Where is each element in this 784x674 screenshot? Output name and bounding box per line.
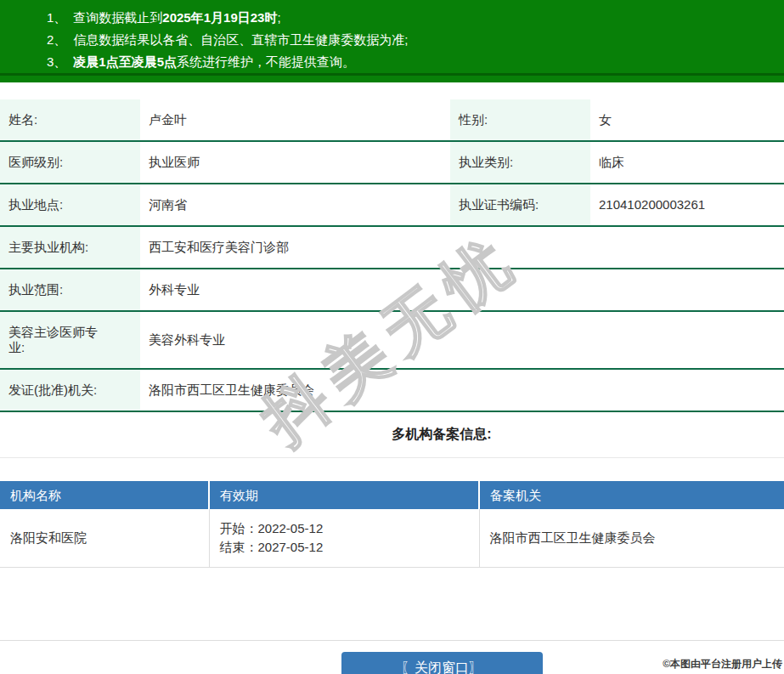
- notice-line-2: 2、信息数据结果以各省、自治区、直辖市卫生健康委数据为准;: [0, 29, 784, 51]
- field-label-cosmetic-specialty: 美容主诊医师专业:: [0, 311, 140, 369]
- field-value-gender: 女: [590, 99, 784, 141]
- field-value-certificate-number: 210410200003261: [590, 184, 784, 226]
- field-label-certificate-number: 执业证书编码:: [450, 184, 590, 226]
- notice-text-bold: 凌晨1点至凌晨5点: [73, 54, 177, 69]
- bottom-divider: [0, 640, 784, 641]
- notice-banner: 1、查询数据截止到2025年1月19日23时; 2、信息数据结果以各省、自治区、…: [0, 0, 784, 76]
- table-row: 医师级别: 执业医师 执业类别: 临床: [0, 141, 784, 184]
- notice-text: 系统进行维护，不能提供查询。: [177, 54, 355, 69]
- table-header-row: 机构名称 有效期 备案机关: [0, 481, 784, 509]
- field-label-practice-category: 执业类别:: [450, 141, 590, 184]
- notice-text: 信息数据结果以各省、自治区、直辖市卫生健康委数据为准;: [73, 32, 408, 47]
- notice-number: 1、: [47, 10, 66, 25]
- column-header-validity: 有效期: [209, 481, 479, 509]
- banner-green-strip: [0, 76, 784, 82]
- column-header-filing-authority: 备案机关: [479, 481, 784, 509]
- field-label-name: 姓名:: [0, 99, 140, 141]
- field-label-doctor-level: 医师级别:: [0, 141, 140, 184]
- validity-cell: 开始：2022-05-12 结束：2027-05-12: [209, 509, 479, 568]
- field-label-gender: 性别:: [450, 99, 590, 141]
- notice-text-bold: 2025年1月19日23时: [162, 10, 277, 25]
- field-label-practice-location: 执业地点:: [0, 184, 140, 226]
- table-row: 执业范围: 外科专业: [0, 269, 784, 311]
- field-value-doctor-level: 执业医师: [140, 141, 450, 184]
- field-label-main-institution: 主要执业机构:: [0, 226, 140, 269]
- filing-table: 机构名称 有效期 备案机关 洛阳安和医院 开始：2022-05-12 结束：20…: [0, 481, 784, 568]
- field-value-practice-category: 临床: [590, 141, 784, 184]
- close-window-button[interactable]: 〖关闭窗口〗: [341, 652, 543, 674]
- notice-text: ;: [277, 10, 280, 25]
- table-row: 姓名: 卢金叶 性别: 女: [0, 99, 784, 141]
- copyright-watermark: ©本图由平台注册用户上传: [663, 657, 782, 671]
- validity-end: 结束：2027-05-12: [220, 538, 469, 557]
- org-name-cell: 洛阳安和医院: [0, 509, 209, 568]
- field-value-issuing-authority: 洛阳市西工区卫生健康委员会: [140, 369, 784, 411]
- filing-authority-cell: 洛阳市西工区卫生健康委员会: [479, 509, 784, 568]
- field-value-practice-scope: 外科专业: [140, 269, 784, 311]
- field-value-cosmetic-specialty: 美容外科专业: [140, 311, 784, 369]
- notice-text: 查询数据截止到: [73, 10, 162, 25]
- field-label-issuing-authority: 发证(批准)机关:: [0, 369, 140, 411]
- table-row: 美容主诊医师专业: 美容外科专业: [0, 311, 784, 369]
- table-row: 主要执业机构: 西工安和医疗美容门诊部: [0, 226, 784, 269]
- notice-line-3: 3、凌晨1点至凌晨5点系统进行维护，不能提供查询。: [0, 51, 784, 73]
- notice-line-1: 1、查询数据截止到2025年1月19日23时;: [0, 7, 784, 29]
- table-row: 发证(批准)机关: 洛阳市西工区卫生健康委员会: [0, 369, 784, 411]
- notice-number: 2、: [47, 32, 66, 47]
- field-value-practice-location: 河南省: [140, 184, 450, 226]
- notice-number: 3、: [47, 54, 66, 69]
- section-title: 多机构备案信息:: [0, 412, 784, 458]
- field-value-main-institution: 西工安和医疗美容门诊部: [140, 226, 784, 269]
- practitioner-info-table: 姓名: 卢金叶 性别: 女 医师级别: 执业医师 执业类别: 临床 执业地点: …: [0, 99, 784, 412]
- table-row: 执业地点: 河南省 执业证书编码: 210410200003261: [0, 184, 784, 226]
- field-value-name: 卢金叶: [140, 99, 450, 141]
- column-header-org-name: 机构名称: [0, 481, 209, 509]
- field-label-practice-scope: 执业范围:: [0, 269, 140, 311]
- validity-start: 开始：2022-05-12: [220, 519, 469, 538]
- table-row: 洛阳安和医院 开始：2022-05-12 结束：2027-05-12 洛阳市西工…: [0, 509, 784, 568]
- page-container: 1、查询数据截止到2025年1月19日23时; 2、信息数据结果以各省、自治区、…: [0, 0, 784, 674]
